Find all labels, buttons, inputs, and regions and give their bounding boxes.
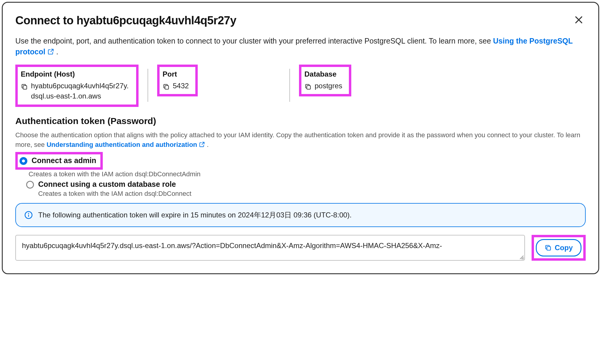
info-icon	[24, 211, 33, 219]
copy-icon	[163, 83, 170, 90]
database-label: Database	[304, 70, 342, 78]
info-banner: The following authentication token will …	[15, 203, 586, 227]
radio-connect-admin[interactable]	[20, 157, 27, 165]
divider-2	[289, 69, 290, 102]
radio-admin-sub: Creates a token with the IAM action dsql…	[29, 170, 586, 178]
connect-modal: Connect to hyabtu6pcuqagk4uvhl4q5r27y Us…	[2, 2, 599, 274]
database-value: postgres	[315, 81, 342, 91]
port-column: Port 5432	[157, 65, 289, 107]
info-text: The following authentication token will …	[38, 210, 352, 220]
svg-rect-6	[547, 247, 551, 250]
auth-options: Connect as admin Creates a token with th…	[15, 152, 586, 198]
auth-desc-b: .	[207, 141, 209, 148]
auth-title: Authentication token (Password)	[15, 116, 586, 126]
highlight-copy-button: Copy	[532, 235, 586, 261]
copy-icon	[545, 244, 552, 251]
svg-rect-0	[23, 86, 27, 89]
auth-link[interactable]: Understanding authentication and authori…	[47, 141, 207, 148]
radio-connect-custom[interactable]	[26, 181, 34, 189]
intro-text-b: .	[56, 47, 58, 56]
highlight-endpoint: Endpoint (Host) hyabtu6pcuqagk4uvhl4q5r2…	[15, 65, 139, 107]
intro-text: Use the endpoint, port, and authenticati…	[15, 35, 586, 57]
auth-link-label: Understanding authentication and authori…	[47, 141, 197, 148]
close-icon	[574, 15, 583, 24]
copy-icon	[304, 83, 312, 90]
radio-custom-label: Connect using a custom database role	[38, 180, 191, 189]
svg-rect-2	[307, 86, 310, 89]
radio-custom-sub: Creates a token with the IAM action dsql…	[38, 190, 191, 198]
divider-1	[148, 69, 148, 102]
resize-handle-icon	[520, 255, 524, 259]
highlight-database: Database postgres	[299, 65, 351, 97]
copy-token-button[interactable]: Copy	[536, 239, 581, 256]
external-link-icon	[47, 48, 54, 55]
token-row: hyabtu6pcuqagk4uvhl4q5r27y.dsql.us-east-…	[15, 235, 586, 261]
endpoint-label: Endpoint (Host)	[21, 70, 130, 78]
copy-button-label: Copy	[555, 244, 573, 252]
copy-database-button[interactable]	[304, 83, 312, 90]
database-column: Database postgres	[299, 65, 360, 107]
svg-point-4	[28, 213, 29, 214]
connection-fields: Endpoint (Host) hyabtu6pcuqagk4uvhl4q5r2…	[15, 65, 586, 107]
token-value: hyabtu6pcuqagk4uvhl4q5r27y.dsql.us-east-…	[22, 241, 442, 250]
copy-endpoint-button[interactable]	[21, 83, 28, 90]
endpoint-column: Endpoint (Host) hyabtu6pcuqagk4uvhl4q5r2…	[15, 65, 148, 107]
highlight-connect-admin: Connect as admin	[15, 152, 103, 170]
port-label: Port	[163, 70, 189, 78]
copy-port-button[interactable]	[163, 83, 170, 90]
port-value: 5432	[173, 81, 189, 91]
auth-desc: Choose the authentication option that al…	[15, 130, 586, 150]
copy-icon	[21, 83, 28, 90]
token-textbox[interactable]: hyabtu6pcuqagk4uvhl4q5r27y.dsql.us-east-…	[15, 235, 525, 261]
modal-title: Connect to hyabtu6pcuqagk4uvhl4q5r27y	[15, 14, 236, 27]
svg-rect-5	[28, 214, 29, 217]
endpoint-value: hyabtu6pcuqagk4uvhl4q5r27y.dsql.us-east-…	[31, 81, 130, 102]
radio-admin-label: Connect as admin	[32, 156, 96, 165]
close-button[interactable]	[572, 14, 586, 26]
intro-text-a: Use the endpoint, port, and authenticati…	[15, 37, 493, 45]
external-link-icon	[199, 141, 205, 147]
highlight-port: Port 5432	[157, 65, 198, 97]
svg-rect-1	[165, 86, 169, 89]
